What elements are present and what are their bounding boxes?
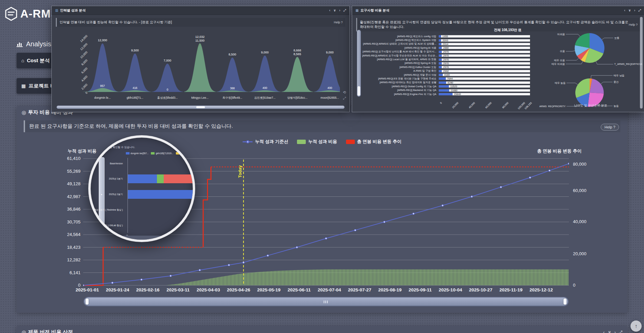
chart-icon: ▥ (55, 8, 58, 12)
panel-next-button[interactable]: › (339, 8, 340, 13)
chart-legend: 누적 성과 기준선누적 성과 비용총 연봉 비용 변동 추이 (17, 139, 627, 145)
requirement-row: [ARMS-REQ] 데이터는 최신 업데이트 일자로 정렬8280 (362, 81, 535, 85)
requirement-bar (439, 93, 453, 95)
svg-text:12,032: 12,032 (195, 35, 205, 39)
panel-next-button[interactable]: › (634, 8, 635, 13)
panel-title: 인력별 성과 분석 (60, 8, 86, 13)
panel-collapse-button[interactable]: ∨ (628, 8, 631, 13)
requirement-row: [ARMS-REQ] 백오피스 System 작업2093 (362, 38, 535, 42)
help-button[interactable]: Help ? (334, 21, 343, 24)
reset-zoom-icon[interactable]: ⟲ (343, 90, 346, 95)
personnel-bell-chart: 02,0004,0006,0008,00010,00012,00014,0001… (73, 26, 340, 104)
legend-item[interactable]: 총 연봉 비용 변동 추이 (346, 139, 401, 145)
svg-text:416: 416 (133, 86, 137, 90)
svg-text:Mingyu Lee...: Mingyu Lee... (191, 96, 208, 99)
arrow-up-icon: ↑ (635, 323, 638, 329)
svg-text:최수정[5ffe49...: 최수정[5ffe49... (223, 96, 242, 99)
slider-handle-left[interactable] (86, 299, 89, 305)
panel-expand-button[interactable]: ⤢ (343, 8, 346, 13)
panel-next-button[interactable]: › (614, 330, 616, 333)
panel-title: 제품 버전 비용 산정 (28, 329, 73, 333)
svg-text:9,000: 9,000 (326, 51, 334, 54)
svg-text:홍성효[5fedd3...: 홍성효[5fedd3... (157, 96, 178, 99)
svg-text:7,000: 7,000 (164, 59, 171, 62)
svg-text:400: 400 (262, 86, 267, 90)
legend-item[interactable]: 누적 성과 기준선 (243, 139, 288, 145)
personnel-scrollbar[interactable] (56, 105, 345, 109)
svg-text:중간: 중간 (614, 80, 619, 84)
svg-text:400: 400 (327, 86, 332, 90)
panel-expand-button[interactable]: ⤢ (638, 8, 641, 13)
right-axis-title: 총 연봉 비용 변동 추이 (537, 148, 581, 154)
svg-text:368: 368 (230, 87, 235, 90)
date-range-slider[interactable] (84, 297, 569, 306)
panel-collapse-button[interactable]: ∨ (608, 330, 612, 333)
svg-text:moon[62655...: moon[62655... (321, 96, 339, 99)
requirement-bar (439, 58, 442, 61)
requirement-row: [ARMS-REQ] Engine-Fire 의 기능 QA15840 (362, 92, 535, 96)
slider-handle-right[interactable] (564, 299, 567, 305)
panel-description: 완료 된 요구사항을 기준으로 하여, 제품에 대한 투자 비용 대비 성과를 … (24, 120, 620, 132)
loupe-version-row: BaseVersion (91, 159, 128, 168)
panel-collapse-button[interactable]: ∨ (334, 8, 336, 13)
requirement-bar (439, 81, 446, 84)
requirement-row: [ARMS-REQ] Spring Ai 도입2970 (362, 62, 535, 65)
panel-requirement-cost: ▦ 요구사항 비용 분석 ‹ ∨ › ⤢ 활성화(진행중 혹은 완료)된 요구사… (352, 6, 644, 112)
panel-version-cost: ◎ 제품 버전 비용 산정 ‹ ∨ › ⤢ (17, 326, 627, 333)
svg-text:0: 0 (167, 88, 168, 91)
requirements-zoom-slider[interactable] (357, 30, 361, 97)
expand-chart-icon[interactable]: ⤢ (343, 96, 346, 100)
slider-grip[interactable] (324, 301, 328, 303)
requirement-x-ticks: 020,00040,00060,00080,000100,000108,193 (362, 97, 535, 105)
magnifier-overlay: 버전 별 비용을 확인할 수 있습니다. dongmin lee[557...g… (88, 135, 195, 242)
panel-prev-button[interactable]: ‹ (329, 8, 330, 13)
scroll-to-top-button[interactable]: ↑ (630, 320, 642, 332)
requirement-row: [ARMS-REQ] 백오피스 config 작업1955 (362, 34, 535, 38)
svg-text:dongmin le...: dongmin le... (94, 96, 111, 99)
requirement-row: A-RMS 팀 구성 확인2992 (362, 69, 535, 73)
loupe-version-row: 2025년 3분기 ( Redmine 형상 ) (91, 205, 128, 215)
svg-text:김진호[619ae7...: 김진호[619ae7... (254, 96, 275, 99)
panel-expand-button[interactable]: ⤢ (619, 330, 622, 333)
legend-item[interactable]: 누적 성과 비용 (297, 139, 337, 145)
svg-text:2,000: 2,000 (80, 83, 88, 90)
svg-text:8,500: 8,500 (229, 53, 236, 56)
svg-text:12,000: 12,000 (79, 42, 88, 51)
requirement-bar (439, 89, 449, 92)
panel-title: 요구사항 비용 분석 (360, 8, 389, 13)
svg-text:매우 어려움: 매우 어려움 (551, 63, 565, 66)
app-logo: A-RMS (5, 7, 59, 21)
svg-text:6,000: 6,000 (80, 67, 88, 74)
svg-text:어려움: 어려움 (557, 33, 565, 36)
x-axis-labels: 2025-01-012025-01-242025-02-162025-03-11… (83, 287, 569, 294)
panel-prev-button[interactable]: ‹ (624, 8, 625, 13)
requirements-scrollbar[interactable] (640, 17, 643, 109)
requirement-bar (439, 51, 442, 53)
home-icon: ⌂ (21, 58, 24, 63)
svg-text:10,000: 10,000 (79, 50, 88, 59)
requirement-bar (439, 35, 441, 38)
svg-text:14,000: 14,000 (79, 34, 88, 43)
svg-text:Today: Today (237, 165, 243, 178)
requirement-row: [ARMS-REQ] ARMS의 상태와 고객사의 상태 및 ALM 의 상태를… (362, 42, 535, 46)
grid-icon: ▦ (21, 83, 26, 89)
svg-text:957: 957 (100, 84, 105, 88)
svg-text:매우 높음: 매우 높음 (555, 81, 566, 85)
requirement-bar-list: [ARMS-REQ] 백오피스 config 작업1955[ARMS-REQ] … (362, 34, 535, 96)
svg-text:쉬움: 쉬움 (560, 50, 565, 53)
requirement-bar (439, 70, 442, 72)
svg-text:매우 쉬움: 매우 쉬움 (554, 59, 565, 62)
bar-chart-icon (17, 42, 23, 47)
svg-text:11,500: 11,500 (196, 39, 205, 42)
right-axis-ticks: 020,00040,00060,00080,000 (573, 157, 600, 286)
svg-text:8,668: 8,668 (294, 49, 301, 52)
svg-text:보통: 보통 (614, 37, 619, 40)
loupe-version-row: 2025년 1분기 (91, 174, 195, 184)
svg-text:T_ARMS_REQDIFFICULTY: T_ARMS_REQDIFFICULTY (614, 63, 642, 66)
help-button[interactable]: Help ? (601, 124, 619, 130)
requirement-row: [ARMS-REQ] Global Config 의 기능 QA11520 (362, 85, 535, 88)
panel-description: 인력별 연봉 대비 성과를 한눈에 확인할 수 있습니다. - [완료 요구사항… (60, 20, 172, 25)
left-axis-title: 누적 성과 비용 (68, 148, 96, 154)
panel-prev-button[interactable]: ‹ (603, 330, 604, 333)
target-icon: ◎ (22, 329, 26, 333)
